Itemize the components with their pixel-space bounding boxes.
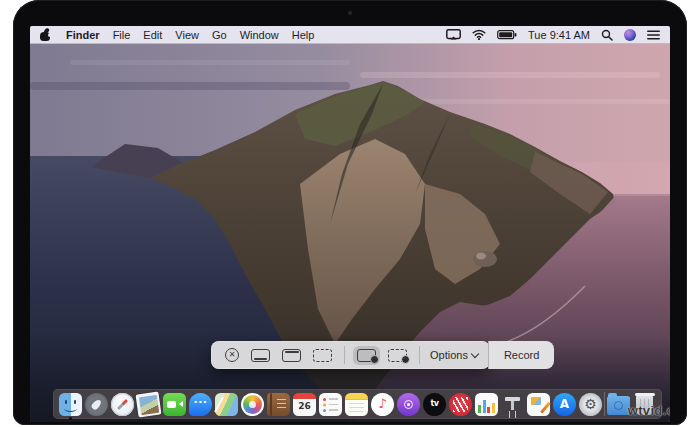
capture-selected-window-icon [282,349,301,362]
preview-photo-icon [136,391,162,417]
keynote-icon [501,393,524,416]
battery-icon[interactable] [497,30,517,40]
menu-item-view[interactable]: View [175,29,199,41]
dock-item-news[interactable] [448,392,473,417]
dock-item-contacts[interactable] [266,392,291,417]
options-button[interactable]: Options [426,349,482,361]
webcam-dot [348,11,352,15]
record-entire-screen-icon [357,349,376,362]
dock-item-app-store[interactable]: A [552,392,577,417]
screen-mirroring-icon[interactable] [446,29,461,40]
notification-list-icon[interactable] [647,30,660,40]
dock-item-reminders[interactable] [318,392,343,417]
siri-icon[interactable] [624,29,636,41]
dock: ···26♪tvA⚙ [53,389,662,419]
podcasts-icon [397,393,420,416]
finder-icon [59,393,82,416]
reminders-icon [319,393,342,416]
menu-bar: FinderFileEditViewGoWindowHelp Tue 9:41 … [30,26,670,44]
record-button[interactable]: Record [488,341,554,369]
menu-item-go[interactable]: Go [212,29,227,41]
capture-selected-portion-button[interactable] [309,346,336,365]
calendar-icon: 26 [293,393,316,416]
app-store-icon: A [553,393,576,416]
dock-item-pages[interactable] [526,392,551,417]
pages-icon [527,393,550,416]
running-indicator [69,417,72,420]
capture-selected-window-button[interactable] [278,346,305,365]
dock-item-photos[interactable] [240,392,265,417]
dock-item-numbers[interactable] [474,392,499,417]
dock-item-messages[interactable]: ··· [188,392,213,417]
dock-item-system-preferences[interactable]: ⚙ [578,392,603,417]
record-selected-portion-button[interactable] [384,346,411,365]
record-selected-portion-icon [388,349,407,362]
record-label: Record [504,349,539,361]
menu-item-help[interactable]: Help [292,29,315,41]
messages-icon: ··· [189,393,212,416]
menu-item-window[interactable]: Window [240,29,279,41]
apple-menu-icon[interactable] [40,28,51,41]
capture-entire-screen-button[interactable] [247,346,274,365]
photos-icon [241,393,264,416]
menu-items: FinderFileEditViewGoWindowHelp [66,29,314,41]
capture-selected-portion-icon [313,349,332,362]
close-icon: ✕ [229,351,236,359]
chevron-down-icon [471,349,479,357]
launchpad-icon [85,393,108,416]
toolbar-divider [344,346,345,364]
dock-item-calendar[interactable]: 26 [292,392,317,417]
safari-icon [111,393,134,416]
dock-item-safari[interactable] [110,392,135,417]
downloads-icon [607,396,630,415]
options-label: Options [430,349,468,361]
tv-icon: tv [423,393,446,416]
dock-item-finder[interactable] [58,392,83,417]
toolbar-divider [419,346,420,364]
music-icon: ♪ [371,393,394,416]
dock-item-preview-photo[interactable] [136,392,161,417]
dock-item-notes[interactable] [344,392,369,417]
menu-item-file[interactable]: File [113,29,131,41]
screen: FinderFileEditViewGoWindowHelp Tue 9:41 … [30,26,670,422]
dock-item-launchpad[interactable] [84,392,109,417]
desktop: ✕ Options Record ···26♪tvA⚙ wtvid.c [30,44,670,422]
menu-item-finder[interactable]: Finder [66,29,100,41]
maps-icon [215,393,238,416]
record-entire-screen-button[interactable] [353,346,380,365]
notes-icon [345,393,368,416]
dock-separator [604,392,605,416]
dock-item-maps[interactable] [214,392,239,417]
menu-item-edit[interactable]: Edit [143,29,162,41]
dock-item-podcasts[interactable] [396,392,421,417]
watermark: wtvid.c [628,403,670,418]
facetime-icon [163,393,186,416]
dock-item-tv[interactable]: tv [422,392,447,417]
macbook-bezel: FinderFileEditViewGoWindowHelp Tue 9:41 … [13,0,687,425]
news-icon [449,393,472,416]
system-preferences-icon: ⚙ [579,393,602,416]
dock-item-keynote[interactable] [500,392,525,417]
capture-entire-screen-icon [251,349,270,362]
wifi-icon[interactable] [472,29,486,40]
dock-item-music[interactable]: ♪ [370,392,395,417]
contacts-icon [267,393,290,416]
close-button[interactable]: ✕ [213,345,243,365]
menu-clock[interactable]: Tue 9:41 AM [528,29,590,41]
dock-item-facetime[interactable] [162,392,187,417]
numbers-icon [475,393,498,416]
search-icon[interactable] [601,29,613,41]
screenshot-toolbar: ✕ Options Record [211,341,490,369]
